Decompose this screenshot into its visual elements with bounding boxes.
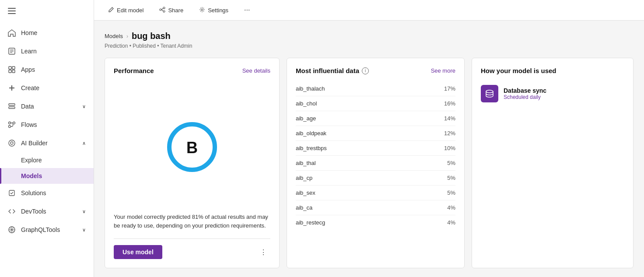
sidebar-item-ai-builder-label: AI Builder <box>21 140 48 147</box>
influential-card: Most influential data i See more aib_tha… <box>287 58 465 268</box>
data-row-label: aib_chol <box>296 100 317 107</box>
solutions-icon <box>8 189 16 197</box>
data-row-pct: 17% <box>444 85 455 92</box>
data-row-label: aib_cp <box>296 175 312 181</box>
performance-see-details-link[interactable]: See details <box>242 67 270 74</box>
model-used-text: Database sync Scheduled daily <box>504 87 546 100</box>
sidebar-item-apps-label: Apps <box>21 66 35 73</box>
model-used-card: How your model is used Database sync Sch… <box>472 58 634 268</box>
use-model-button[interactable]: Use model <box>114 245 162 259</box>
model-used-card-title: How your model is used <box>481 67 556 74</box>
share-label: Share <box>168 7 183 14</box>
info-icon[interactable]: i <box>362 67 369 74</box>
influential-card-title: Most influential data <box>296 67 359 74</box>
sidebar-item-data[interactable]: Data ∨ <box>0 97 94 116</box>
data-row-pct: 16% <box>444 100 455 107</box>
graphqltools-chevron-icon: ∨ <box>82 227 86 233</box>
content-area: Models › bug bash Prediction • Published… <box>94 21 644 277</box>
svg-point-18 <box>9 140 15 146</box>
data-row-label: aib_thal <box>296 160 316 166</box>
influential-see-more-link[interactable]: See more <box>431 67 455 74</box>
data-row: aib_age14% <box>296 111 455 126</box>
performance-more-button[interactable]: ⋮ <box>256 246 270 258</box>
influential-title-group: Most influential data i <box>296 67 369 74</box>
sidebar-item-home[interactable]: Home <box>0 24 94 42</box>
cards-grid: Performance See details B Your model cor… <box>105 58 634 268</box>
performance-more-icon: ⋮ <box>260 249 267 256</box>
data-row-label: aib_ca <box>296 204 312 211</box>
sidebar-item-devtools-label: DevTools <box>21 208 46 215</box>
performance-description: Your model correctly predicted 81% of ac… <box>114 213 270 230</box>
sidebar-item-create[interactable]: Create <box>0 79 94 97</box>
data-chevron-icon: ∨ <box>82 104 86 109</box>
share-button[interactable]: Share <box>156 5 187 16</box>
svg-rect-13 <box>9 104 15 105</box>
svg-line-25 <box>161 8 163 10</box>
breadcrumb-parent[interactable]: Models <box>105 33 123 39</box>
data-row-pct: 10% <box>444 145 455 151</box>
svg-point-22 <box>163 7 165 9</box>
sidebar-item-devtools[interactable]: DevTools ∨ <box>0 202 94 221</box>
data-row-pct: 14% <box>444 115 455 122</box>
data-row: aib_oldpeak12% <box>296 126 455 141</box>
data-row: aib_restecg4% <box>296 215 455 230</box>
learn-icon <box>8 47 16 55</box>
sidebar-item-flows[interactable]: Flows <box>0 116 94 134</box>
svg-point-16 <box>13 122 15 124</box>
sidebar-item-solutions[interactable]: Solutions <box>0 184 94 202</box>
data-row-label: aib_age <box>296 115 316 122</box>
data-row-pct: 4% <box>447 204 455 211</box>
edit-model-button[interactable]: Edit model <box>105 5 147 16</box>
data-row: aib_chol16% <box>296 96 455 111</box>
data-row: aib_thalach17% <box>296 81 455 96</box>
devtools-chevron-icon: ∨ <box>82 209 86 214</box>
data-row-pct: 12% <box>444 130 455 137</box>
data-row: aib_trestbps10% <box>296 141 455 156</box>
sidebar-item-apps[interactable]: Apps <box>0 60 94 79</box>
sidebar-sub-item-models[interactable]: Models <box>0 168 94 184</box>
sidebar-item-create-label: Create <box>21 84 39 91</box>
breadcrumb-separator: › <box>126 33 128 39</box>
svg-point-24 <box>160 9 161 11</box>
sidebar-sub-item-models-label: Models <box>21 172 42 179</box>
settings-icon <box>199 7 205 14</box>
sidebar-item-graphqltools[interactable]: GraphQLTools ∨ <box>0 221 94 239</box>
menu-icon[interactable] <box>0 0 94 24</box>
svg-point-17 <box>9 126 11 128</box>
data-icon <box>8 102 16 110</box>
svg-rect-20 <box>9 190 14 196</box>
svg-rect-0 <box>8 8 16 9</box>
sidebar-item-home-label: Home <box>21 29 37 36</box>
edit-model-label: Edit model <box>117 7 144 14</box>
devtools-icon <box>8 207 16 215</box>
more-options-label: ··· <box>244 6 250 14</box>
main-area: Edit model Share Settings <box>94 0 644 277</box>
svg-point-19 <box>10 142 13 144</box>
share-icon <box>159 7 165 14</box>
settings-button[interactable]: Settings <box>196 5 232 16</box>
sidebar-item-graphqltools-label: GraphQLTools <box>21 226 60 233</box>
performance-circle-container: B <box>114 81 270 208</box>
svg-rect-8 <box>12 67 15 69</box>
svg-point-15 <box>9 122 11 124</box>
svg-rect-7 <box>9 67 11 69</box>
data-row: aib_sex5% <box>296 186 455 200</box>
more-options-button[interactable]: ··· <box>241 4 253 16</box>
sidebar-sub-item-explore-label: Explore <box>21 157 42 164</box>
performance-card-header: Performance See details <box>114 67 270 74</box>
toolbar: Edit model Share Settings <box>94 0 644 21</box>
model-used-card-header: How your model is used <box>481 67 624 74</box>
sidebar-item-learn[interactable]: Learn <box>0 42 94 60</box>
breadcrumb: Models › bug bash <box>105 31 634 41</box>
database-sync-icon <box>481 85 498 102</box>
svg-point-31 <box>486 90 493 93</box>
settings-label: Settings <box>208 7 228 14</box>
svg-line-26 <box>161 10 163 11</box>
data-row: aib_thal5% <box>296 156 455 171</box>
sidebar-sub-item-explore[interactable]: Explore <box>0 152 94 168</box>
sidebar-item-ai-builder[interactable]: AI Builder ∧ <box>0 134 94 152</box>
data-row-label: aib_oldpeak <box>296 130 326 137</box>
flows-icon <box>8 121 16 129</box>
svg-rect-14 <box>9 107 15 109</box>
svg-rect-1 <box>8 11 16 11</box>
